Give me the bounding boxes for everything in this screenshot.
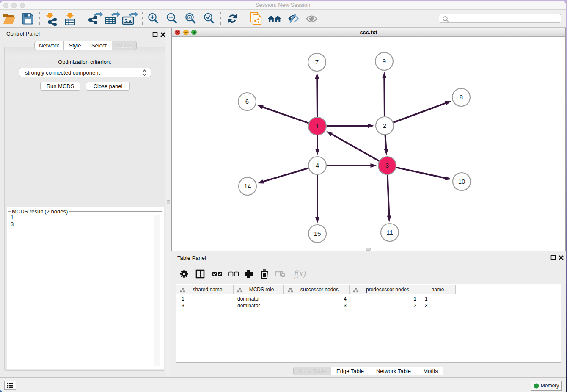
svg-text:10: 10 <box>458 178 465 185</box>
svg-text:1: 1 <box>316 122 319 130</box>
svg-text:3: 3 <box>385 162 389 169</box>
svg-text:15: 15 <box>314 230 321 237</box>
svg-text:6: 6 <box>245 98 249 105</box>
svg-text:f(x): f(x) <box>294 269 306 279</box>
svg-text:4: 4 <box>316 162 319 169</box>
svg-text:11: 11 <box>386 229 393 236</box>
svg-text:7: 7 <box>315 58 319 66</box>
svg-text:14: 14 <box>244 182 251 190</box>
svg-text:8: 8 <box>460 94 463 101</box>
svg-text:2: 2 <box>383 122 386 129</box>
svg-text:9: 9 <box>383 58 386 65</box>
